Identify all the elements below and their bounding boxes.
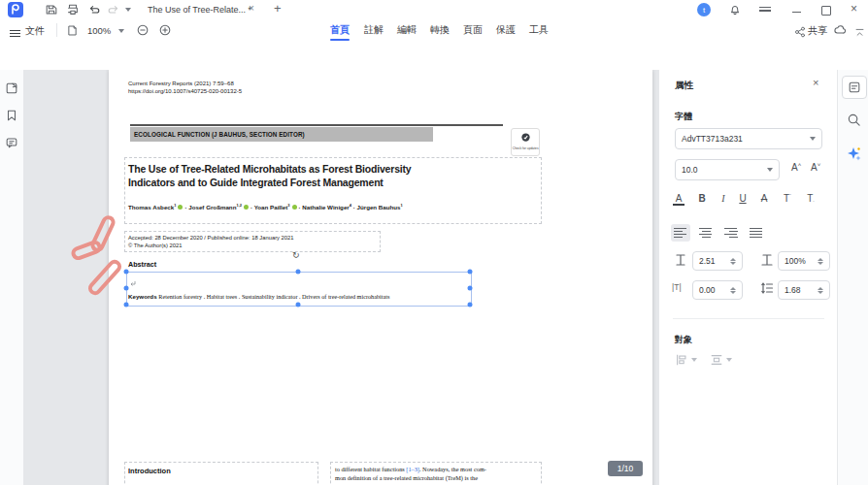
strikethrough-icon[interactable]: A <box>756 193 772 204</box>
doi-link: https://doi.org/10.1007/s40725-020-00132… <box>128 87 242 95</box>
orcid-icon <box>292 205 297 210</box>
ink-annotation[interactable] <box>68 208 150 301</box>
introduction-text: to different habitat functions [1–3]. No… <box>335 465 539 482</box>
check-updates-badge[interactable]: Check for updates <box>511 128 540 156</box>
new-tab-button[interactable]: + <box>274 1 282 16</box>
toolbar: 高亮 標簽 編輯文本 添加文本 OCR識別 <box>0 41 868 71</box>
ribbon-tab-edit[interactable]: 編輯 <box>397 23 417 37</box>
selection-handle[interactable] <box>296 270 301 275</box>
char-spacing-icon <box>675 253 686 271</box>
font-family-select[interactable]: AdvTT3713a231 <box>675 128 822 149</box>
file-menu-icon <box>10 28 20 39</box>
window-close-icon[interactable]: × <box>851 2 857 16</box>
align-justify-icon[interactable] <box>747 224 766 242</box>
char-spacing-input[interactable]: 2.51 <box>692 251 743 271</box>
decrease-font-icon[interactable]: A˅ <box>811 162 820 173</box>
font-size-value: 10.0 <box>682 165 698 175</box>
journal-citation: Current Forestry Reports (2021) 7:59–68 <box>128 80 242 87</box>
ribbon-tab-tools[interactable]: 工具 <box>529 23 549 37</box>
ribbon-tab-page[interactable]: 頁面 <box>463 23 483 37</box>
bookmarks-panel-icon[interactable] <box>5 109 18 126</box>
font-family-value: AdvTT3713a231 <box>682 134 743 144</box>
distribute-objects-dropdown[interactable] <box>710 353 732 367</box>
collapse-toolbar-icon[interactable] <box>854 24 865 42</box>
rotate-handle-icon[interactable]: ↻ <box>292 250 300 260</box>
word-spacing-input[interactable]: 0.00 <box>692 280 743 300</box>
window-minimize-icon[interactable] <box>792 12 801 13</box>
zoom-out-icon[interactable] <box>136 23 150 41</box>
align-center-icon[interactable] <box>696 224 716 242</box>
selection-handle[interactable] <box>468 270 473 275</box>
titlebar: The Use of Tree-Relate... * × + t × <box>0 0 868 20</box>
document-canvas[interactable]: Current Forestry Reports (2021) 7:59–68 … <box>23 70 658 485</box>
selection-handle[interactable] <box>296 303 301 307</box>
word-spacing-icon: |T| <box>672 282 682 292</box>
align-right-icon[interactable] <box>721 224 741 242</box>
zoom-in-icon[interactable] <box>158 23 172 41</box>
document-tab[interactable]: The Use of Tree-Relate... * <box>148 0 264 19</box>
ai-assistant-icon[interactable] <box>846 146 862 166</box>
comments-panel-icon[interactable] <box>5 136 18 153</box>
pdf-page[interactable]: Current Forestry Reports (2021) 7:59–68 … <box>109 70 652 485</box>
align-objects-dropdown[interactable] <box>675 353 697 367</box>
history-dropdown-icon[interactable] <box>125 8 131 12</box>
page-fit-icon[interactable] <box>66 23 79 41</box>
ribbon-tab-home[interactable]: 首頁 <box>330 23 350 37</box>
horizontal-scale-input[interactable]: 100% <box>778 251 830 271</box>
ribbon-tab-protect[interactable]: 保護 <box>496 23 516 37</box>
ribbon-tab-comment[interactable]: 註解 <box>364 23 384 37</box>
save-icon[interactable] <box>45 3 58 16</box>
paper-title-line1: The Use of Tree-Related Microhabitats as… <box>128 162 546 176</box>
zoom-dropdown-icon[interactable] <box>118 29 124 33</box>
document-tab-title: The Use of Tree-Relate... * <box>148 5 251 15</box>
main-menu-icon[interactable] <box>759 5 771 14</box>
object-section-label: 對象 <box>675 334 692 346</box>
increase-font-icon[interactable]: A˄ <box>791 162 801 173</box>
line-spacing-input[interactable]: 1.68 <box>778 280 830 300</box>
app-logo-icon <box>8 2 23 17</box>
menubar: 文件 100% 首頁 註解 編輯 轉換 頁面 保護 工具 共享 <box>0 19 868 41</box>
keywords-line: Keywords Retention forestry . Habitat tr… <box>128 293 470 300</box>
file-menu[interactable]: 文件 <box>25 24 45 38</box>
text-selection-box[interactable] <box>126 272 472 307</box>
section-banner: ECOLOGICAL FUNCTION (J BAUHUS, SECTION E… <box>130 127 433 142</box>
tab-close-icon[interactable]: × <box>249 3 254 14</box>
italic-icon[interactable]: I <box>716 193 731 204</box>
ribbon-tab-convert[interactable]: 轉換 <box>430 23 450 37</box>
undo-icon[interactable] <box>87 3 101 16</box>
cloud-help-icon[interactable] <box>833 23 847 41</box>
panel-title: 属性 <box>675 80 693 92</box>
notifications-bell-icon[interactable] <box>728 3 742 16</box>
accepted-line: Accepted: 28 December 2020 / Published o… <box>128 234 293 242</box>
font-section-label: 字體 <box>675 111 692 123</box>
superscript-icon[interactable]: Tˉ <box>780 193 795 204</box>
window-maximize-icon[interactable] <box>821 6 831 16</box>
subscript-icon[interactable]: T. <box>803 193 818 204</box>
citation-link[interactable]: [1–3] <box>406 466 419 472</box>
paper-title-line2: Indicators and to Guide Integrated Fores… <box>128 176 546 189</box>
properties-panel: 属性 × 字體 AdvTT3713a231 10.0 A˄ A˅ A B I U… <box>658 70 838 485</box>
selection-handle[interactable] <box>468 303 473 307</box>
align-left-icon[interactable] <box>671 224 690 242</box>
underline-icon[interactable]: U <box>735 193 751 204</box>
zoom-level-value[interactable]: 100% <box>87 25 111 36</box>
authors-line: Thomas Asbeck1· Josef Großmann1,2· Yoan … <box>128 203 403 210</box>
account-avatar[interactable]: t <box>697 3 711 16</box>
navigation-sidebar <box>0 70 24 485</box>
horizontal-scale-icon <box>760 253 774 271</box>
thumbnails-panel-icon[interactable] <box>5 81 18 99</box>
share-label[interactable]: 共享 <box>808 24 827 38</box>
share-icon[interactable] <box>794 24 806 42</box>
orcid-icon <box>244 205 249 210</box>
search-icon[interactable] <box>847 113 861 131</box>
panel-close-icon[interactable]: × <box>813 77 818 88</box>
font-size-select[interactable]: 10.0 <box>675 159 780 180</box>
selection-handle[interactable] <box>468 286 473 291</box>
page-indicator[interactable]: 1/10 <box>608 461 643 476</box>
selection-handle[interactable] <box>124 303 129 307</box>
properties-panel-toggle[interactable] <box>842 76 867 99</box>
print-icon[interactable] <box>66 3 80 16</box>
font-color-icon[interactable]: A <box>673 193 684 206</box>
redo-icon[interactable] <box>107 3 120 16</box>
bold-icon[interactable]: B <box>694 193 710 204</box>
